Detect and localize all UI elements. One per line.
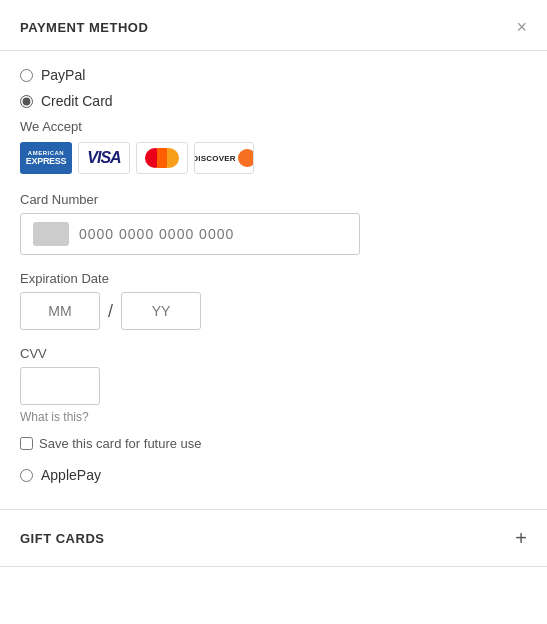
exp-separator: / — [100, 301, 121, 322]
card-logos: AMERICAN EXPRESS VISA DISCOVER — [20, 142, 527, 174]
save-card-label: Save this card for future use — [39, 436, 202, 451]
payment-header: PAYMENT METHOD × — [0, 0, 547, 51]
cvv-label: CVV — [20, 346, 527, 361]
close-button[interactable]: × — [516, 18, 527, 36]
cvv-what-is-this[interactable]: What is this? — [20, 410, 527, 424]
creditcard-label: Credit Card — [41, 93, 113, 109]
applepay-label: ApplePay — [41, 467, 101, 483]
paypal-label: PayPal — [41, 67, 85, 83]
paypal-radio[interactable] — [20, 69, 33, 82]
creditcard-option[interactable]: Credit Card — [20, 93, 527, 109]
gift-cards-section: GIFT CARDS + — [0, 509, 547, 566]
payment-panel: PAYMENT METHOD × PayPal Credit Card We A… — [0, 0, 547, 567]
month-input[interactable] — [20, 292, 100, 330]
mc-overlap — [157, 148, 167, 168]
creditcard-radio[interactable] — [20, 95, 33, 108]
card-number-input[interactable] — [79, 226, 347, 242]
gift-cards-expand-button[interactable]: + — [515, 528, 527, 548]
save-card-checkbox[interactable] — [20, 437, 33, 450]
year-input[interactable] — [121, 292, 201, 330]
payment-body: PayPal Credit Card We Accept AMERICAN EX… — [0, 51, 547, 509]
payment-title: PAYMENT METHOD — [20, 20, 148, 35]
cvv-input[interactable] — [20, 367, 100, 405]
expiration-row: / — [20, 292, 527, 330]
save-card-row: Save this card for future use — [20, 436, 527, 451]
visa-logo: VISA — [78, 142, 130, 174]
expiration-label: Expiration Date — [20, 271, 527, 286]
card-number-wrapper — [20, 213, 360, 255]
paypal-option[interactable]: PayPal — [20, 67, 527, 83]
amex-logo: AMERICAN EXPRESS — [20, 142, 72, 174]
mastercard-logo — [136, 142, 188, 174]
applepay-option[interactable]: ApplePay — [20, 467, 527, 483]
applepay-radio[interactable] — [20, 469, 33, 482]
gift-cards-title: GIFT CARDS — [20, 531, 104, 546]
card-number-label: Card Number — [20, 192, 527, 207]
card-chip-icon — [33, 222, 69, 246]
we-accept-label: We Accept — [20, 119, 527, 134]
discover-logo: DISCOVER — [194, 142, 254, 174]
bottom-divider — [0, 566, 547, 567]
discover-circle — [238, 149, 254, 167]
